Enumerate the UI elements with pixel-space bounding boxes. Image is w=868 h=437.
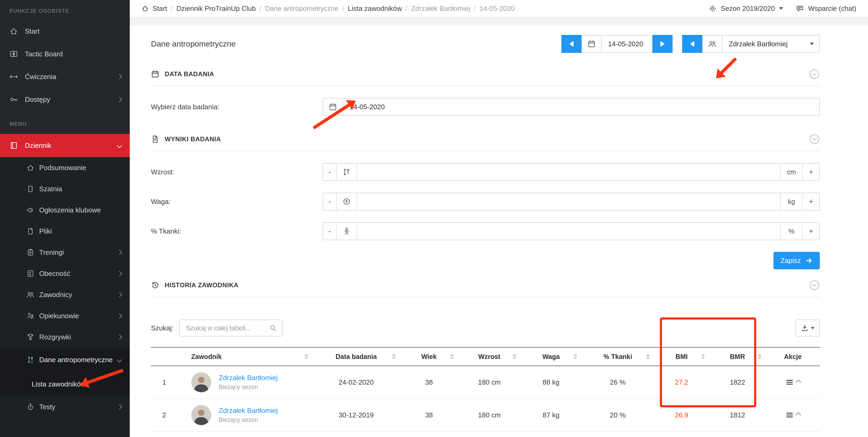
prev-player-button[interactable] <box>682 35 702 53</box>
chevron-right-icon <box>117 404 122 409</box>
col-header-wiek[interactable]: Wiek <box>400 347 458 366</box>
chevron-down-icon <box>117 357 122 362</box>
sidebar-item-label: Start <box>25 27 121 35</box>
sidebar-subitem-szatnia[interactable]: Szatnia <box>0 178 130 199</box>
col-header-data-badania[interactable]: Data badania <box>312 347 400 366</box>
exam-date-input[interactable] <box>343 98 819 115</box>
save-button-label: Zapisz <box>780 257 801 265</box>
history-table: Zawodnik Data badania Wiek Wzrost Waga %… <box>151 347 820 432</box>
sidebar-subitem-dane-antropometryczne[interactable]: Dane antropometryczne <box>0 347 130 372</box>
weight-field-row: Waga: - kg + <box>151 193 820 210</box>
avatar[interactable] <box>191 372 211 392</box>
prev-date-button[interactable] <box>561 35 582 53</box>
sidebar-subitem-label: Treningi <box>39 248 113 257</box>
height-unit-label: cm <box>780 164 802 180</box>
height-field-row: Wzrost: - cm + <box>151 163 820 181</box>
bodyfat-input[interactable] <box>357 223 780 240</box>
bodyfat-input-group: - % + <box>322 222 820 240</box>
table-header-row: Zawodnik Data badania Wiek Wzrost Waga %… <box>151 347 820 366</box>
current-date-field[interactable]: 14-05-2020 <box>601 35 652 53</box>
height-cell: 180 cm <box>458 411 521 419</box>
col-header-wzrost[interactable]: Wzrost <box>458 347 521 366</box>
decrement-button[interactable]: - <box>323 193 337 210</box>
breadcrumb-home-icon[interactable] <box>142 5 149 12</box>
sort-icon <box>450 354 454 359</box>
calendar-picker-button[interactable] <box>582 35 601 53</box>
search-input[interactable] <box>185 324 269 333</box>
col-header-tkanki[interactable]: % Tkanki <box>582 347 654 366</box>
collapse-section-button[interactable] <box>809 69 820 79</box>
player-cell: Zdrzałek Bartłomiej Bieżący sezon <box>178 405 312 425</box>
sidebar-subitem-podsumowanie[interactable]: Podsumowanie <box>0 157 130 178</box>
sidebar-subitem-treningi[interactable]: Treningi <box>0 242 130 263</box>
player-select-value: Zdrzałek Bartłomiej <box>729 40 788 48</box>
col-header-zawodnik[interactable]: Zawodnik <box>178 347 312 366</box>
player-season: Bieżący sezon <box>219 416 278 424</box>
col-header-bmi[interactable]: BMI <box>654 347 709 366</box>
sidebar-item-dziennik[interactable]: Dziennik <box>0 134 130 157</box>
col-header-bmr[interactable]: BMR <box>709 347 766 366</box>
increment-button[interactable]: + <box>802 223 819 240</box>
decrement-button[interactable]: - <box>323 223 337 240</box>
row-actions-button[interactable] <box>785 411 800 419</box>
sidebar-subitem-obecnosc[interactable]: Obecność <box>0 263 130 284</box>
sidebar-item-dostepy[interactable]: Dostępy <box>0 88 130 111</box>
height-input[interactable] <box>357 164 780 180</box>
col-header-waga[interactable]: Waga <box>521 347 582 366</box>
player-select[interactable]: Zdrzałek Bartłomiej <box>722 35 820 53</box>
sidebar-subitem-lista-zawodnikow[interactable]: Lista zawodników <box>0 372 130 396</box>
player-link[interactable]: Zdrzałek Bartłomiej <box>219 374 278 382</box>
breadcrumb-start[interactable]: Start <box>153 4 167 13</box>
sidebar-subitem-opiekunowie[interactable]: Opiekunowie <box>0 305 130 327</box>
row-actions-button[interactable] <box>785 378 800 386</box>
increment-button[interactable]: + <box>802 164 819 180</box>
breadcrumb-dane-antropometryczne: Dane antropometryczne <box>265 4 338 13</box>
sidebar-item-start[interactable]: Start <box>0 20 130 42</box>
journal-icon <box>9 141 18 150</box>
search-label: Szukaj: <box>151 324 179 332</box>
sort-icon <box>513 354 516 359</box>
sidebar-subitem-testy[interactable]: Testy <box>0 396 130 417</box>
breadcrumb-club[interactable]: Dziennik ProTrainUp Club <box>176 4 256 13</box>
stopwatch-icon <box>27 403 34 411</box>
sidebar-subitem-zawodnicy[interactable]: Zawodnicy <box>0 284 130 305</box>
season-selector[interactable]: Sezon 2019/2020 <box>709 4 783 13</box>
weight-input[interactable] <box>357 193 780 210</box>
chevron-right-icon <box>117 271 122 276</box>
collapse-section-button[interactable] <box>809 280 820 291</box>
breadcrumb-lista-zawodnikow[interactable]: Lista zawodników <box>348 4 402 13</box>
arrow-right-icon <box>806 257 813 264</box>
increment-button[interactable]: + <box>802 193 819 210</box>
sidebar-subitem-ogloszenia[interactable]: Ogłoszenia klubowe <box>0 199 130 221</box>
sidebar-subitem-label: Testy <box>39 403 113 411</box>
sidebar-item-tactic-board[interactable]: Tactic Board <box>0 42 130 65</box>
sidebar-subitem-label: Obecność <box>39 270 113 278</box>
sidebar-subitem-rozgrywki[interactable]: Rozgrywki <box>0 327 130 347</box>
sidebar: FUNKCJE OSOBISTE Start Tactic Board Ćwic… <box>0 0 130 437</box>
save-button[interactable]: Zapisz <box>773 252 820 269</box>
support-chat-button[interactable]: Wsparcie (chat) <box>796 4 856 13</box>
avatar[interactable] <box>191 405 211 425</box>
next-date-button[interactable] <box>652 35 673 53</box>
tactic-board-icon <box>9 50 18 58</box>
sidebar-item-cwiczenia[interactable]: Ćwiczenia <box>0 65 130 88</box>
decrement-button[interactable]: - <box>323 164 337 180</box>
player-link[interactable]: Zdrzałek Bartłomiej <box>219 407 278 415</box>
chevron-down-icon <box>779 7 783 10</box>
player-cell: Zdrzałek Bartłomiej Bieżący sezon <box>178 372 312 392</box>
players-list-button[interactable] <box>702 35 722 53</box>
bodyfat-field-label: % Tkanki: <box>151 227 322 235</box>
bmr-cell: 1812 <box>709 411 766 419</box>
bodyfat-field-row: % Tkanki: - % + <box>151 222 820 240</box>
export-button[interactable] <box>796 320 820 336</box>
chevron-up-icon <box>796 380 801 385</box>
sidebar-subitem-pliki[interactable]: Pliki <box>0 221 130 242</box>
chat-icon <box>796 4 804 12</box>
sidebar-item-label: Dostępy <box>25 96 111 104</box>
collapse-section-button[interactable] <box>809 134 820 144</box>
section-title: WYNIKI BADANIA <box>165 135 221 143</box>
access-key-icon <box>9 95 18 104</box>
weight-input-group: - kg + <box>322 193 820 210</box>
chevron-down-icon <box>810 42 814 45</box>
summary-icon <box>27 164 34 172</box>
